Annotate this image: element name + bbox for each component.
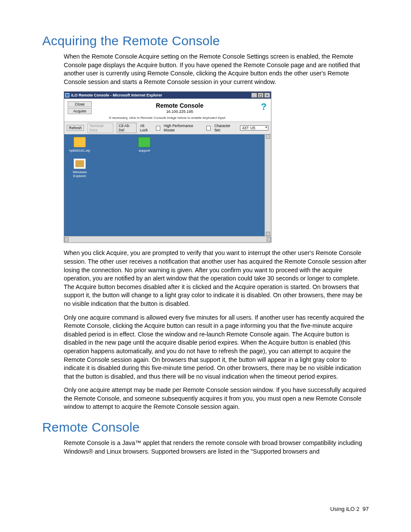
- heading-acquiring: Acquiring the Remote Console: [42, 34, 369, 48]
- terminal-svcs-button[interactable]: Terminal Svcs: [87, 123, 113, 133]
- window-titlebar: iLO Remote Console - Microsoft Internet …: [64, 92, 271, 99]
- refresh-button[interactable]: Refresh: [67, 125, 84, 131]
- charset-select[interactable]: 437: US: [240, 125, 268, 131]
- alt-lock-checkbox[interactable]: [156, 126, 160, 131]
- remote-console-toolbar: Refresh Terminal Svcs Ctl-Alt-Del Alt Lo…: [64, 121, 271, 134]
- body-column-1: When the Remote Console Acquire setting …: [64, 53, 369, 411]
- folder-icon: [138, 137, 150, 147]
- desktop-icon-label: Windows Explorer: [67, 170, 93, 178]
- document-page: Acquiring the Remote Console When the Re…: [0, 0, 411, 532]
- desktop-icon-label: hp000161.zip: [67, 149, 93, 152]
- vertical-scrollbar[interactable]: [265, 134, 271, 236]
- alt-lock-label: Alt Lock: [140, 124, 153, 132]
- help-icon[interactable]: ?: [261, 101, 267, 112]
- charset-label: Character Set:: [214, 124, 237, 132]
- close-button[interactable]: Close: [68, 101, 92, 107]
- paragraph: Only one acquire attempt may be made per…: [64, 386, 369, 411]
- paragraph: When the Remote Console Acquire setting …: [64, 53, 369, 86]
- ie-logo-icon: [65, 93, 69, 97]
- hpm-label: High Performance Mouse: [164, 124, 203, 132]
- close-window-button[interactable]: ×: [264, 93, 270, 98]
- desktop-icon-explorer[interactable]: Windows Explorer: [67, 159, 93, 178]
- paragraph: When you click Acquire, you are prompted…: [64, 249, 369, 308]
- remote-console-title: Remote Console: [92, 102, 268, 109]
- hpm-checkbox[interactable]: [206, 126, 211, 131]
- footer-label: Using iLO 2: [330, 506, 359, 512]
- remote-desktop-area[interactable]: hp000161.zip support Windows Explorer: [64, 134, 265, 236]
- folder-icon: [74, 137, 86, 147]
- desktop-icon-label: support: [131, 149, 157, 152]
- explorer-icon: [74, 159, 86, 169]
- maximize-button[interactable]: ▢: [258, 93, 264, 98]
- footer-page-number: 97: [363, 506, 369, 512]
- paragraph: Remote Console is a Java™ applet that re…: [64, 439, 369, 456]
- keyboard-hint: If necessary, click in Remote Console im…: [64, 116, 271, 121]
- remote-console-ip: 16.100.225.195: [92, 109, 268, 114]
- remote-console-screenshot: iLO Remote Console - Microsoft Internet …: [64, 91, 271, 243]
- desktop-icon-zip[interactable]: hp000161.zip: [67, 137, 93, 152]
- page-footer: Using iLO 2 97: [330, 506, 369, 512]
- horizontal-scrollbar[interactable]: [64, 236, 271, 243]
- body-column-2: Remote Console is a Java™ applet that re…: [64, 439, 369, 456]
- window-title: iLO Remote Console - Microsoft Internet …: [71, 93, 162, 97]
- paragraph: Only one acquire command is allowed ever…: [64, 314, 369, 381]
- acquire-button[interactable]: Acquire: [68, 108, 92, 114]
- heading-remote-console: Remote Console: [42, 420, 369, 435]
- desktop-icon-support[interactable]: support: [131, 137, 157, 152]
- minimize-button[interactable]: _: [251, 93, 257, 98]
- ctrl-alt-del-button[interactable]: Ctl-Alt-Del: [117, 123, 137, 133]
